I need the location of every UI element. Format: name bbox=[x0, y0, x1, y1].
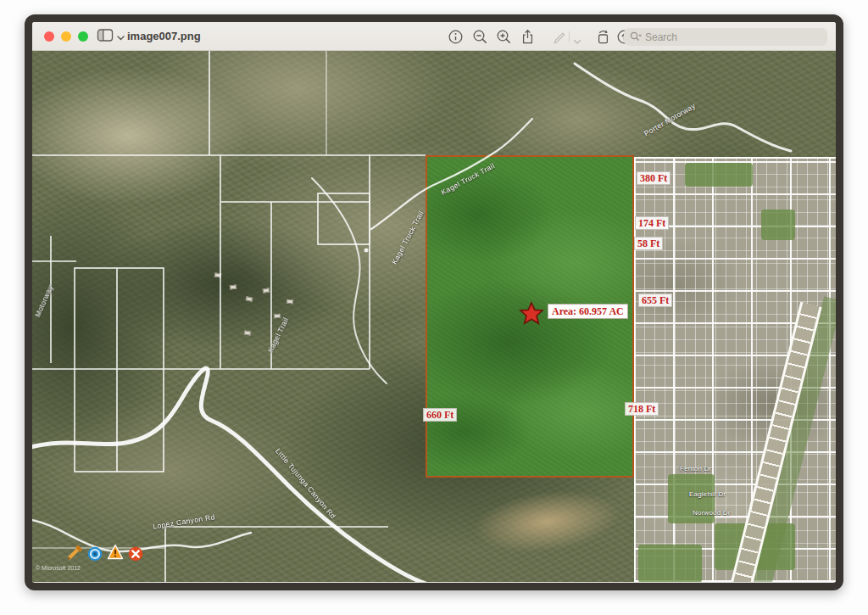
markup-pencil-icon bbox=[551, 29, 567, 45]
star-marker-icon bbox=[519, 301, 544, 327]
share-icon bbox=[520, 29, 536, 45]
lawn-patch bbox=[761, 210, 795, 240]
search-icon bbox=[630, 30, 642, 45]
pencil-tool-icon bbox=[66, 544, 83, 561]
road-label: Motorway bbox=[33, 284, 54, 319]
markup-dropdown-icon bbox=[573, 39, 581, 45]
info-icon bbox=[448, 29, 464, 45]
dirt-clearing bbox=[470, 484, 624, 561]
rotate-left-button[interactable] bbox=[595, 29, 611, 45]
lawn-patch bbox=[638, 545, 702, 582]
street-label: Eaglehill Dr bbox=[689, 490, 726, 498]
measurement-label: 718 Ft bbox=[625, 402, 659, 416]
measurement-label: 58 Ft bbox=[634, 237, 663, 250]
warning-tool-icon bbox=[107, 544, 124, 561]
delete-tool-icon bbox=[127, 545, 144, 562]
road-label: Little Tujunga Canyon Rd bbox=[274, 447, 337, 521]
zoom-in-icon bbox=[496, 29, 512, 45]
zoom-out-button[interactable] bbox=[472, 29, 488, 45]
sidebar-toggle-button[interactable] bbox=[97, 28, 125, 45]
road-label: Porter Motorway bbox=[643, 102, 697, 138]
street-label: Fenton Dr bbox=[680, 465, 711, 472]
info-button[interactable] bbox=[448, 29, 464, 45]
preview-window: image007.png bbox=[25, 14, 843, 590]
zoom-in-button[interactable] bbox=[496, 29, 512, 45]
building bbox=[274, 314, 281, 319]
building bbox=[246, 296, 253, 302]
share-button[interactable] bbox=[520, 29, 536, 45]
street-label: Norwood Dr bbox=[693, 509, 731, 517]
markup-button[interactable] bbox=[551, 29, 567, 45]
fullscreen-button[interactable] bbox=[78, 31, 88, 42]
close-button[interactable] bbox=[44, 31, 54, 42]
title-bar: image007.png bbox=[32, 22, 836, 51]
measurement-label: 174 Ft bbox=[635, 216, 669, 230]
building bbox=[214, 272, 222, 277]
area-label: Area: 60.957 AC bbox=[548, 304, 628, 319]
map-canvas[interactable]: Area: 60.957 AC 380 Ft 174 Ft 58 Ft 655 … bbox=[32, 51, 836, 582]
lawn-patch bbox=[685, 163, 753, 187]
rotate-left-icon bbox=[595, 29, 611, 45]
measurement-label: 655 Ft bbox=[638, 294, 672, 307]
search-field[interactable] bbox=[624, 28, 827, 46]
sidebar-icon bbox=[97, 28, 114, 46]
road-label: Kagel Truck Trail bbox=[390, 210, 426, 266]
copyright-watermark: © Microsoft 2012 bbox=[36, 565, 81, 571]
minimize-button[interactable] bbox=[61, 31, 71, 42]
road-label: Kagel Trail bbox=[266, 316, 291, 354]
building bbox=[263, 288, 270, 293]
building bbox=[230, 285, 236, 290]
toolbar-divider bbox=[569, 31, 570, 42]
target-tool-icon bbox=[86, 545, 103, 562]
search-input[interactable] bbox=[645, 31, 821, 43]
road-label: Lopez Canyon Rd bbox=[153, 512, 216, 530]
measurement-label: 380 Ft bbox=[637, 171, 670, 185]
chevron-down-icon bbox=[117, 29, 125, 44]
building bbox=[287, 299, 293, 305]
building bbox=[244, 330, 252, 335]
zoom-out-icon bbox=[472, 29, 488, 45]
measurement-label: 660 Ft bbox=[423, 408, 457, 422]
window-title: image007.png bbox=[127, 30, 201, 42]
markup-dropdown-button[interactable] bbox=[573, 33, 589, 49]
